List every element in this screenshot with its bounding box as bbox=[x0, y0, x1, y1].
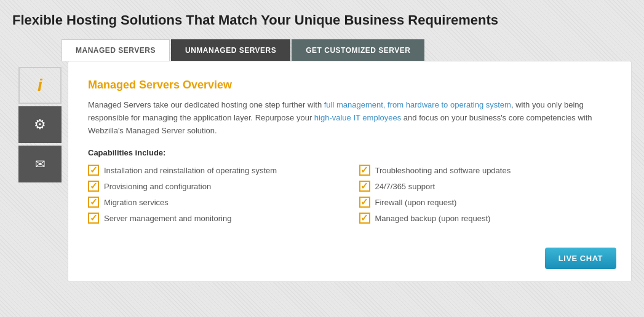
capability-item: ✓ Firewall (upon request) bbox=[359, 197, 612, 208]
check-icon-5: ✓ bbox=[88, 197, 99, 208]
panel-description: Managed Servers take our dedicated hosti… bbox=[88, 99, 611, 137]
capability-text-2: Troubleshooting and software updates bbox=[375, 166, 511, 175]
check-icon-1: ✓ bbox=[88, 165, 99, 176]
tab-managed-servers[interactable]: MANAGED SERVERS bbox=[62, 39, 170, 61]
tabs-container: MANAGED SERVERS UNMANAGED SERVERS GET CU… bbox=[62, 39, 632, 61]
sidebar-item-gear[interactable]: ⚙ bbox=[18, 106, 62, 143]
capability-text-3: Provisioning and configuration bbox=[104, 182, 211, 191]
mail-icon: ✉ bbox=[35, 157, 46, 171]
capability-item: ✓ Troubleshooting and software updates bbox=[359, 165, 612, 176]
capability-text-7: Server management and monitoring bbox=[104, 214, 231, 223]
capabilities-grid: ✓ Installation and reinstallation of ope… bbox=[88, 165, 611, 224]
content-panel: Managed Servers Overview Managed Servers… bbox=[68, 61, 632, 282]
panel-title: Managed Servers Overview bbox=[88, 79, 611, 92]
capability-text-5: Migration services bbox=[104, 198, 169, 207]
capability-item: ✓ Server management and monitoring bbox=[88, 213, 341, 224]
tab-unmanaged-servers[interactable]: UNMANAGED SERVERS bbox=[171, 39, 290, 61]
sidebar-item-mail[interactable]: ✉ bbox=[18, 146, 62, 182]
capability-item: ✓ Managed backup (upon request) bbox=[359, 213, 612, 224]
tab-get-customized-server[interactable]: GET CUSTOMIZED SERVER bbox=[292, 39, 424, 61]
capability-text-4: 24/7/365 support bbox=[375, 182, 435, 191]
info-icon: i bbox=[38, 76, 42, 95]
sidebar: i ⚙ ✉ bbox=[12, 61, 68, 282]
sidebar-item-info[interactable]: i bbox=[18, 67, 62, 104]
capability-item: ✓ Migration services bbox=[88, 197, 341, 208]
check-icon-4: ✓ bbox=[359, 181, 370, 192]
check-icon-3: ✓ bbox=[88, 181, 99, 192]
live-chat-button[interactable]: LIVE CHAT bbox=[545, 248, 616, 269]
check-icon-2: ✓ bbox=[359, 165, 370, 176]
capability-text-1: Installation and reinstallation of opera… bbox=[104, 166, 277, 175]
main-area: i ⚙ ✉ Managed Servers Overview Managed S… bbox=[12, 61, 632, 282]
capabilities-label: Capabilities include: bbox=[88, 148, 611, 157]
capability-item: ✓ Provisioning and configuration bbox=[88, 181, 341, 192]
capability-text-6: Firewall (upon request) bbox=[375, 198, 457, 207]
capability-item: ✓ Installation and reinstallation of ope… bbox=[88, 165, 341, 176]
check-icon-6: ✓ bbox=[359, 197, 370, 208]
check-icon-8: ✓ bbox=[359, 213, 370, 224]
capability-item: ✓ 24/7/365 support bbox=[359, 181, 612, 192]
capability-text-8: Managed backup (upon request) bbox=[375, 214, 491, 223]
page-title: Flexible Hosting Solutions That Match Yo… bbox=[12, 12, 632, 28]
gear-icon: ⚙ bbox=[34, 117, 46, 133]
check-icon-7: ✓ bbox=[88, 213, 99, 224]
